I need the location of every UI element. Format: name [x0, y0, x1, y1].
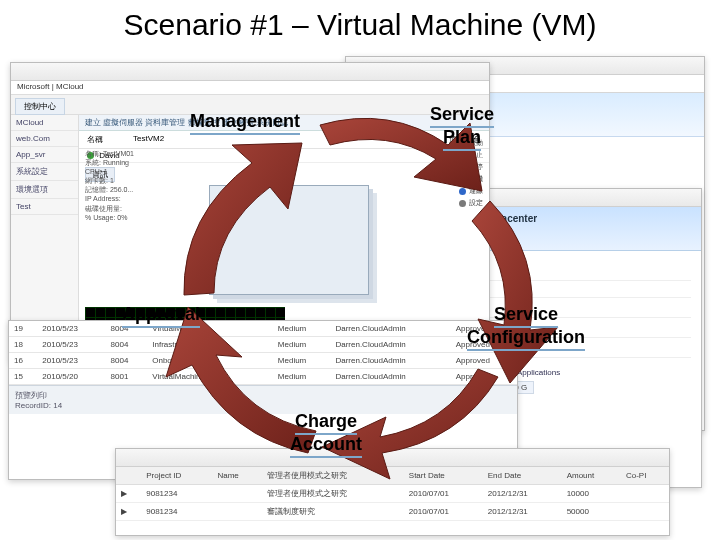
projects-table: Project IDName 管理者使用模式之研究Start DateEnd D… — [116, 467, 669, 521]
table-header: Project IDName 管理者使用模式之研究Start DateEnd D… — [116, 467, 669, 485]
action-connect[interactable]: 連線 — [459, 185, 483, 197]
table-row[interactable]: 182010/5/238004 InfrastructureServiceMed… — [9, 337, 517, 353]
col-head: TestVM2 — [133, 134, 164, 145]
sidebar-item[interactable]: Test — [11, 199, 78, 215]
table-row[interactable]: 162010/5/238004 OnboardingMediumDarren.C… — [9, 353, 517, 369]
sidebar-item[interactable]: 系統設定 — [11, 163, 78, 181]
projects-window: Project IDName 管理者使用模式之研究Start DateEnd D… — [115, 448, 670, 536]
window-chrome — [116, 449, 669, 467]
action-settings[interactable]: 設定 — [459, 197, 483, 209]
dashboard-brand: Microsoft | MCloud — [11, 81, 489, 95]
footer-label: 預覽列印 — [15, 391, 47, 400]
vm-specs: 名稱: TestVM01 系統: Running CPU: 1 網卡數: 1 記… — [85, 149, 134, 222]
table-row[interactable]: 152010/5/208001 VirtualMachineMediumDarr… — [9, 369, 517, 385]
action-start[interactable]: 啟動 — [459, 137, 483, 149]
spec-line: IP Address: — [85, 194, 134, 203]
sidebar-item[interactable]: 環境選項 — [11, 181, 78, 199]
action-pause[interactable]: 暫停 — [459, 161, 483, 173]
action-shutdown[interactable]: 關機 — [459, 173, 483, 185]
vm-actions: 啟動 停止 暫停 關機 連線 設定 — [459, 137, 483, 209]
table-row[interactable]: ▶9081234審議制度研究 2010/07/012012/12/3150000 — [116, 503, 669, 521]
approvals-footer: 預覽列印 RecordID: 14 — [9, 385, 517, 414]
dashboard-window: Microsoft | MCloud 控制中心 MCloud web.Com A… — [10, 62, 490, 362]
spec-line: CPU: 1 — [85, 167, 134, 176]
panel-title: 控制中心 — [15, 98, 65, 115]
action-stop[interactable]: 停止 — [459, 149, 483, 161]
col-head: 名稱 — [87, 134, 103, 145]
col: Applications — [517, 368, 560, 379]
sidebar-item[interactable]: MCloud — [11, 115, 78, 131]
dashboard-tabs[interactable]: 建立 虛擬伺服器 資料庫管理 數據監控 建立帳號 系統日誌 — [79, 115, 489, 131]
table-row[interactable]: ▶9081234管理者使用模式之研究 2010/07/012012/12/311… — [116, 485, 669, 503]
spec-line: 名稱: TestVM01 — [85, 149, 134, 158]
spec-line: 記憶體: 256.0... — [85, 185, 134, 194]
sidebar-item[interactable]: App_svr — [11, 147, 78, 163]
dashboard-toolbar: 控制中心 — [11, 95, 489, 115]
spec-line: 磁碟使用量: — [85, 204, 134, 213]
spec-line: % Usage: 0% — [85, 213, 134, 222]
table-row[interactable]: 192010/5/238004 VirtualMachineMediumDarr… — [9, 321, 517, 337]
window-chrome — [11, 63, 489, 81]
slide-title: Scenario #1 – Virtual Machine (VM) — [0, 8, 720, 42]
vm-thumbnail — [209, 185, 369, 295]
approvals-table: 192010/5/238004 VirtualMachineMediumDarr… — [9, 321, 517, 385]
spec-line: 網卡數: 1 — [85, 176, 134, 185]
footer-count: RecordID: 14 — [15, 401, 62, 410]
spec-line: 系統: Running — [85, 158, 134, 167]
sidebar-item[interactable]: web.Com — [11, 131, 78, 147]
